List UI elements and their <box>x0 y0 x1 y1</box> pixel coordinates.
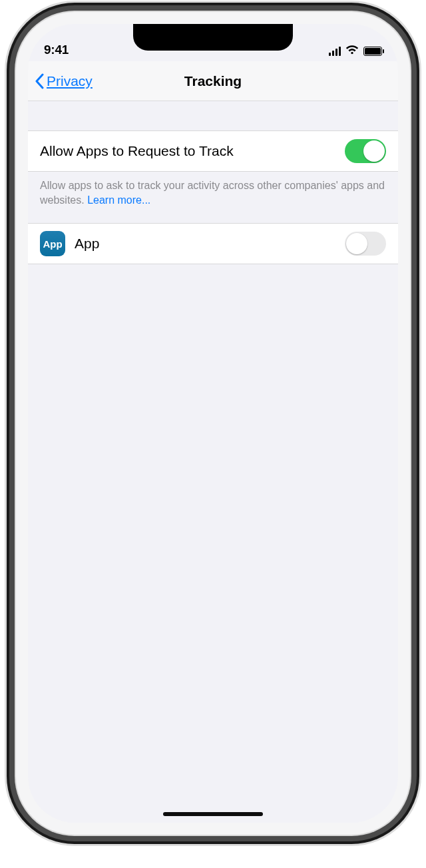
nav-bar: Privacy Tracking <box>28 61 398 101</box>
volume-up-button <box>7 173 12 221</box>
allow-tracking-row[interactable]: Allow Apps to Request to Track <box>28 131 398 171</box>
home-indicator[interactable] <box>163 812 263 816</box>
status-icons <box>329 45 382 57</box>
canvas: 9:41 Privacy Tracking <box>0 0 426 868</box>
side-button <box>414 197 419 270</box>
status-time: 9:41 <box>44 43 69 57</box>
app-name: App <box>75 236 345 252</box>
tracking-footer: Allow apps to ask to track your activity… <box>28 172 398 207</box>
app-tracking-toggle[interactable] <box>345 232 386 256</box>
status-bar: 9:41 <box>28 24 398 61</box>
battery-icon <box>363 47 382 56</box>
wifi-icon <box>345 45 359 57</box>
tracking-group: Allow Apps to Request to Track <box>28 130 398 172</box>
volume-down-button <box>7 233 12 281</box>
back-label: Privacy <box>47 73 93 89</box>
chevron-left-icon <box>35 73 44 89</box>
allow-tracking-toggle[interactable] <box>345 139 386 163</box>
screen: 9:41 Privacy Tracking <box>28 24 398 823</box>
app-row[interactable]: App App <box>28 224 398 264</box>
phone-frame: 9:41 Privacy Tracking <box>16 12 410 835</box>
learn-more-link[interactable]: Learn more... <box>87 194 150 206</box>
ring-silent-switch <box>8 132 12 154</box>
app-icon: App <box>40 231 65 256</box>
cellular-icon <box>329 47 341 56</box>
apps-group: App App <box>28 223 398 264</box>
back-button[interactable]: Privacy <box>35 61 93 101</box>
allow-tracking-label: Allow Apps to Request to Track <box>40 143 345 159</box>
content: Allow Apps to Request to Track Allow app… <box>28 101 398 823</box>
page-title: Tracking <box>184 73 242 89</box>
